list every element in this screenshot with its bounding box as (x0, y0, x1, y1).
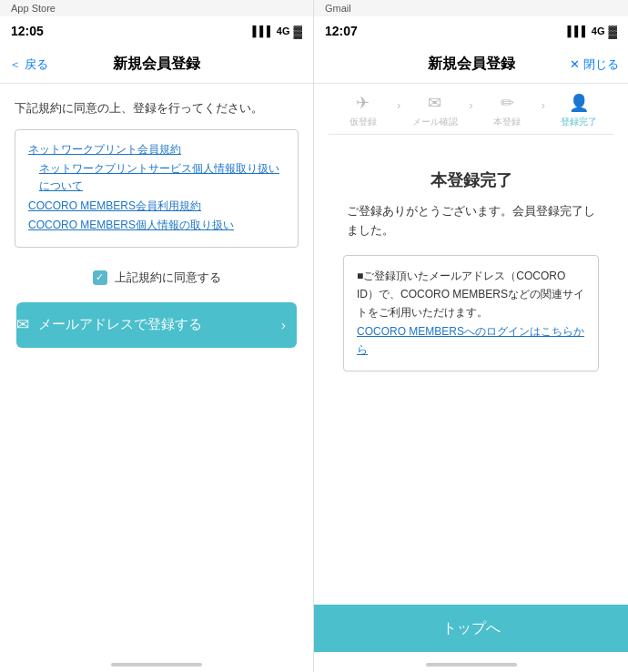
right-status-bar: 12:07 ▌▌▌ 4G ▓ (314, 16, 628, 46)
left-panel: App Store 12:05 ▌▌▌ 4G ▓ ＜ 戻る 新規会員登録 下記規… (0, 0, 314, 672)
terms-box: ネットワークプリント会員規約 ネットワークプリントサービス個人情報取り扱いについ… (15, 129, 299, 248)
right-home-bar (426, 663, 517, 667)
left-content: 下記規約に同意の上、登録を行ってください。 ネットワークプリント会員規約 ネット… (0, 84, 313, 652)
right-status-time: 12:07 (325, 24, 358, 38)
left-nav-bar: ＜ 戻る 新規会員登録 (0, 46, 313, 84)
terms-item-4[interactable]: COCORO MEMBERS個人情報の取り扱い (28, 217, 285, 234)
step-3-icon: ✏ (501, 93, 514, 113)
right-panel: Gmail 12:07 ▌▌▌ 4G ▓ 新規会員登録 ✕ 閉じる ✈ 仮登録 … (314, 0, 628, 672)
step-kanryo: 👤 登録完了 (545, 93, 613, 128)
step-honkai: ✏ 本登録 (473, 93, 542, 128)
completion-title: 本登録完了 (329, 151, 613, 202)
register-button[interactable]: ✉ メールアドレスで登録する › (16, 302, 297, 348)
left-status-icons: ▌▌▌ 4G ▓ (252, 25, 302, 38)
signal-icon: ▌▌▌ 4G (252, 25, 289, 36)
step-2-icon: ✉ (428, 93, 441, 113)
battery-icon: ▓ (294, 25, 302, 38)
right-signal-icon: ▌▌▌ 4G (567, 25, 604, 36)
left-status-time: 12:05 (11, 24, 44, 38)
left-status-bar: 12:05 ▌▌▌ 4G ▓ (0, 16, 313, 46)
agree-row: ✓ 上記規約に同意する (15, 270, 299, 286)
email-icon: ✉ (16, 315, 29, 334)
instruction-text: 下記規約に同意の上、登録を行ってください。 (15, 100, 299, 117)
top-button[interactable]: トップへ (314, 605, 628, 652)
agree-label: 上記規約に同意する (115, 270, 221, 286)
home-bar (111, 663, 202, 667)
step-1-label: 仮登録 (349, 116, 377, 128)
left-home-indicator (0, 652, 313, 672)
step-4-label: 登録完了 (561, 116, 597, 128)
right-page-title: 新規会員登録 (428, 55, 515, 74)
terms-item-2[interactable]: ネットワークプリントサービス個人情報取り扱いについて (39, 160, 285, 195)
completion-text: ご登録ありがとうございます。会員登録完了しました。 (329, 202, 613, 255)
step-2-label: メール確認 (412, 116, 458, 128)
step-4-icon: 👤 (569, 93, 589, 113)
arrow-icon: › (281, 317, 286, 332)
register-btn-label: メールアドレスで登録する (38, 316, 202, 333)
checkmark-icon: ✓ (96, 271, 104, 283)
app-store-bar: App Store (0, 0, 313, 16)
info-box-text: ■ご登録頂いたメールアドレス（COCORO ID）で、COCORO MEMBER… (357, 267, 585, 322)
cocoro-members-link[interactable]: COCORO MEMBERSへのログインはこちらから (357, 325, 584, 356)
right-content: 本登録完了 ご登録ありがとうございます。会員登録完了しました。 ■ご登録頂いたメ… (314, 135, 628, 672)
back-button[interactable]: ＜ 戻る (9, 56, 48, 73)
left-page-title: 新規会員登録 (113, 55, 200, 74)
gmail-label: Gmail (325, 3, 351, 14)
gmail-bar: Gmail (314, 0, 628, 16)
step-3-label: 本登録 (493, 116, 521, 128)
bottom-btn-wrap: トップへ (314, 605, 628, 672)
step-kari: ✈ 仮登録 (329, 93, 397, 128)
agree-checkbox[interactable]: ✓ (93, 270, 107, 285)
step-mail: ✉ メール確認 (400, 93, 469, 128)
top-btn-label: トップへ (442, 619, 501, 638)
right-battery-icon: ▓ (609, 25, 617, 38)
terms-item-1[interactable]: ネットワークプリント会員規約 (28, 141, 285, 158)
info-box: ■ご登録頂いたメールアドレス（COCORO ID）で、COCORO MEMBER… (343, 255, 599, 372)
app-store-label: App Store (11, 3, 56, 14)
right-nav-bar: 新規会員登録 ✕ 閉じる (314, 46, 628, 84)
step-bar: ✈ 仮登録 › ✉ メール確認 › ✏ 本登録 › 👤 登録完了 (314, 84, 628, 134)
step-1-icon: ✈ (356, 93, 370, 113)
right-home-indicator (314, 652, 628, 672)
right-status-icons: ▌▌▌ 4G ▓ (567, 25, 617, 38)
close-button[interactable]: ✕ 閉じる (570, 56, 619, 73)
terms-item-3[interactable]: COCORO MEMBERS会員利用規約 (28, 198, 285, 215)
